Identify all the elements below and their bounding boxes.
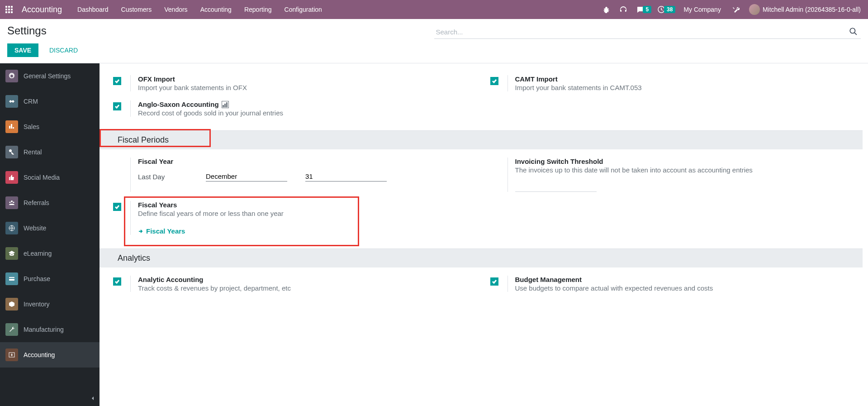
support-icon[interactable] — [616, 0, 631, 19]
setting-fiscal-year: Fiscal Year Last Day — [113, 153, 472, 196]
fiscal-day-input[interactable] — [305, 172, 387, 182]
setting-title: Budget Management — [515, 276, 849, 283]
sidebar-item-label: Referrals — [24, 199, 49, 206]
user-name: Mitchell Admin (20264385-16-0-all) — [763, 6, 861, 13]
setting-desc: Record cost of goods sold in your journa… — [138, 109, 472, 117]
section-analytics: Analytics — [100, 248, 863, 267]
control-panel: Settings SAVE DISCARD — [0, 19, 868, 63]
graduation-icon — [5, 247, 18, 260]
svg-point-5 — [13, 202, 14, 203]
sidebar-item-label: Accounting — [24, 351, 55, 358]
nav-left: Accounting Dashboard Customers Vendors A… — [0, 0, 328, 19]
nav-reporting[interactable]: Reporting — [238, 1, 278, 18]
chat-icon[interactable]: 5 — [633, 0, 652, 19]
sidebar-item-general-settings[interactable]: General Settings — [0, 63, 100, 89]
page-title: Settings — [7, 24, 434, 37]
search-icon[interactable] — [847, 25, 859, 38]
sidebar: General Settings CRM Sales Rental Social… — [0, 63, 100, 406]
nav-customers[interactable]: Customers — [115, 1, 158, 18]
nav-dashboard[interactable]: Dashboard — [71, 1, 115, 18]
svg-point-4 — [9, 202, 11, 203]
setting-invoicing-threshold: Invoicing Switch Threshold The invoices … — [490, 153, 849, 196]
search-input[interactable] — [434, 25, 861, 38]
money-icon — [5, 349, 18, 361]
handshake-icon — [5, 95, 18, 108]
apps-icon[interactable] — [0, 0, 18, 19]
setting-anglo-saxon: Anglo-Saxon Accounting Record cost of go… — [113, 96, 472, 121]
checkbox-anglo[interactable] — [113, 102, 121, 110]
sidebar-item-crm[interactable]: CRM — [0, 89, 100, 114]
content[interactable]: OFX Import Import your bank statements i… — [100, 63, 868, 406]
search-wrap — [434, 25, 861, 39]
last-day-label: Last Day — [138, 173, 188, 181]
sidebar-item-label: Purchase — [24, 275, 50, 282]
nav-accounting[interactable]: Accounting — [194, 1, 238, 18]
clock-icon[interactable]: 38 — [654, 0, 676, 19]
thumbs-up-icon — [5, 171, 18, 184]
avatar — [749, 4, 760, 15]
setting-title: OFX Import — [138, 75, 472, 83]
sidebar-collapse-icon[interactable] — [89, 394, 97, 402]
setting-desc: Use budgets to compare actual with expec… — [515, 284, 849, 292]
sidebar-item-label: Inventory — [24, 301, 50, 308]
nav-vendors[interactable]: Vendors — [158, 1, 194, 18]
app-name[interactable]: Accounting — [21, 5, 68, 14]
setting-camt-import: CAMT Import Import your bank statements … — [490, 71, 849, 96]
checkbox-camt[interactable] — [490, 77, 498, 85]
clock-badge: 38 — [664, 6, 675, 13]
gear-icon — [5, 70, 18, 82]
sidebar-item-label: eLearning — [24, 250, 52, 257]
globe-icon — [5, 222, 18, 234]
key-icon — [5, 146, 18, 158]
sidebar-item-social-media[interactable]: Social Media — [0, 165, 100, 190]
svg-rect-8 — [9, 278, 14, 279]
fiscal-month-select[interactable] — [206, 172, 287, 182]
setting-desc: Track costs & revenues by project, depar… — [138, 284, 472, 292]
sidebar-item-inventory[interactable]: Inventory — [0, 291, 100, 317]
chart-icon — [5, 120, 18, 133]
setting-ofx-import: OFX Import Import your bank statements i… — [113, 71, 472, 96]
nav-right: 5 38 My Company Mitchell Admin (20264385… — [598, 0, 864, 19]
setting-desc: The invoices up to this date will not be… — [515, 166, 849, 174]
sidebar-item-label: Website — [24, 224, 46, 232]
people-icon — [5, 196, 18, 209]
sidebar-item-elearning[interactable]: eLearning — [0, 241, 100, 266]
checkbox-ofx[interactable] — [113, 77, 121, 85]
save-button[interactable]: SAVE — [7, 43, 38, 57]
section-fiscal-periods: Fiscal Periods — [100, 130, 863, 149]
user-menu[interactable]: Mitchell Admin (20264385-16-0-all) — [745, 4, 864, 15]
sidebar-item-label: CRM — [24, 98, 38, 105]
setting-analytic-accounting: Analytic Accounting Track costs & revenu… — [113, 271, 472, 296]
svg-point-1 — [850, 28, 855, 33]
nav-menu: Dashboard Customers Vendors Accounting R… — [71, 1, 328, 18]
sidebar-item-sales[interactable]: Sales — [0, 114, 100, 139]
discard-button[interactable]: DISCARD — [45, 43, 82, 57]
setting-desc: Import your bank statements in OFX — [138, 84, 472, 91]
checkbox-analytic[interactable] — [113, 277, 121, 286]
checkbox-fiscal-years[interactable] — [113, 203, 121, 211]
sidebar-item-label: General Settings — [24, 72, 71, 80]
sidebar-item-rental[interactable]: Rental — [0, 139, 100, 165]
nav-configuration[interactable]: Configuration — [278, 1, 328, 18]
setting-desc: Import your bank statements in CAMT.053 — [515, 84, 849, 91]
checkbox-budget[interactable] — [490, 277, 498, 286]
sidebar-item-website[interactable]: Website — [0, 215, 100, 241]
sidebar-item-accounting[interactable]: Accounting — [0, 342, 100, 368]
highlight-fiscal-periods — [100, 129, 211, 147]
main: General Settings CRM Sales Rental Social… — [0, 63, 868, 406]
bug-icon[interactable] — [598, 0, 614, 19]
tools-icon[interactable] — [728, 0, 744, 19]
company-selector[interactable]: My Company — [678, 6, 726, 13]
setting-title: CAMT Import — [515, 75, 849, 83]
sidebar-item-manufacturing[interactable]: Manufacturing — [0, 317, 100, 342]
sidebar-item-purchase[interactable]: Purchase — [0, 266, 100, 291]
chat-badge: 5 — [643, 6, 651, 13]
card-icon — [5, 272, 18, 285]
threshold-input[interactable] — [515, 182, 597, 192]
sidebar-item-label: Sales — [24, 123, 39, 130]
navbar: Accounting Dashboard Customers Vendors A… — [0, 0, 868, 19]
sidebar-item-label: Rental — [24, 148, 42, 156]
sidebar-item-label: Social Media — [24, 174, 60, 181]
sidebar-item-label: Manufacturing — [24, 326, 64, 333]
sidebar-item-referrals[interactable]: Referrals — [0, 190, 100, 215]
